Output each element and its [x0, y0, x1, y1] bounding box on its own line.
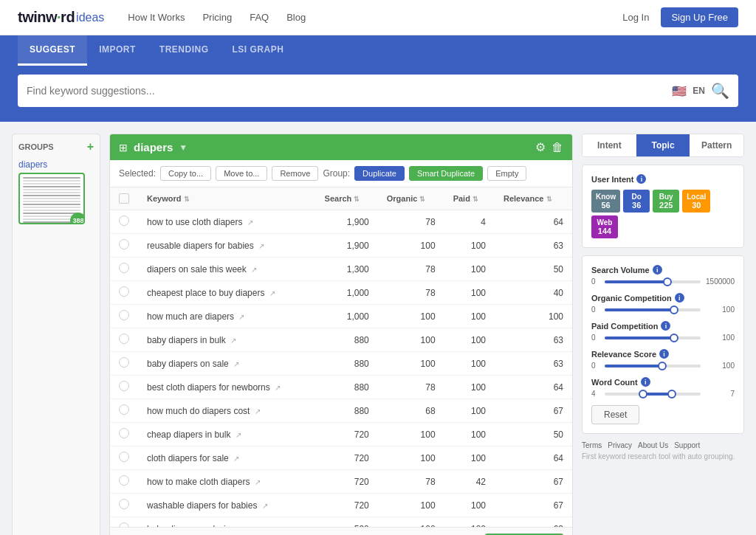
search-col-header[interactable]: Search ⇅ [316, 187, 378, 210]
row-relevance: 64 [495, 446, 572, 470]
signup-button[interactable]: Sign Up Free [661, 7, 738, 27]
row-checkbox[interactable] [110, 352, 138, 376]
slider-track[interactable] [605, 393, 701, 396]
slider-row: 0 100 [591, 306, 735, 314]
paid-col-header[interactable]: Paid ⇅ [444, 187, 495, 210]
row-organic: 78 [378, 470, 444, 494]
table-row: how much are diapers ↗ 1,000 100 100 100 [110, 305, 572, 328]
filter-info-icon[interactable]: i [653, 265, 662, 275]
filter-info-icon[interactable]: i [659, 349, 669, 359]
slider-handle[interactable] [670, 334, 678, 342]
subnav-suggest[interactable]: SUGGEST [18, 35, 87, 66]
keyword-col-header[interactable]: Keyword ⇅ [138, 187, 316, 210]
external-link-icon[interactable]: ↗ [258, 242, 264, 250]
external-link-icon[interactable]: ↗ [275, 384, 281, 392]
relevance-col-header[interactable]: Relevance ⇅ [495, 187, 572, 210]
table-row: washable diapers for babies ↗ 720 100 10… [110, 494, 572, 517]
row-relevance: 67 [495, 494, 572, 517]
row-checkbox[interactable] [110, 494, 138, 517]
delete-button[interactable]: 🗑 [551, 140, 563, 154]
external-link-icon[interactable]: ↗ [255, 478, 261, 486]
row-checkbox[interactable] [110, 470, 138, 494]
row-relevance: 50 [495, 258, 572, 281]
table-row: diapers on sale this week ↗ 1,300 78 100… [110, 258, 572, 281]
subnav-trending[interactable]: TRENDING [148, 35, 221, 66]
row-checkbox[interactable] [110, 399, 138, 423]
external-link-icon[interactable]: ↗ [236, 431, 241, 439]
external-link-icon[interactable]: ↗ [269, 289, 275, 297]
slider-track[interactable] [605, 365, 701, 367]
row-paid: 100 [444, 446, 495, 470]
row-relevance: 67 [495, 399, 572, 423]
add-group-button[interactable]: + [87, 140, 94, 153]
row-checkbox[interactable] [110, 328, 138, 352]
slider-handle[interactable] [658, 362, 667, 370]
external-link-icon[interactable]: ↗ [247, 218, 253, 227]
filter-section: Organic Competition i 0 100 [591, 293, 735, 314]
footer-link-terms[interactable]: Terms [582, 441, 602, 449]
subnav-import[interactable]: IMPORT [87, 35, 148, 66]
duplicate-button[interactable]: Duplicate [354, 166, 405, 181]
row-organic: 100 [378, 328, 444, 352]
row-checkbox[interactable] [110, 234, 138, 258]
footer-link-about-us[interactable]: About Us [638, 441, 668, 449]
row-checkbox[interactable] [110, 258, 138, 281]
tab-intent[interactable]: Intent [583, 134, 636, 156]
external-link-icon[interactable]: ↗ [251, 266, 257, 274]
row-checkbox[interactable] [110, 446, 138, 470]
search-button[interactable]: 🔍 [711, 82, 729, 100]
row-checkbox[interactable] [110, 517, 138, 527]
filter-info-icon[interactable]: i [675, 293, 684, 303]
footer-link-support[interactable]: Support [674, 441, 700, 449]
user-intent-info-icon[interactable]: i [636, 174, 646, 184]
login-link[interactable]: Log In [622, 12, 649, 23]
filter-info-icon[interactable]: i [661, 321, 670, 331]
slider-min: 4 [591, 390, 600, 398]
row-paid: 100 [444, 258, 495, 281]
slider-track[interactable] [605, 280, 701, 283]
organic-col-header[interactable]: Organic ⇅ [378, 187, 444, 210]
slider-track[interactable] [605, 308, 701, 311]
table-row: baby diapers in bulk ↗ 880 100 100 63 [110, 328, 572, 352]
external-link-icon[interactable]: ↗ [255, 407, 261, 415]
external-link-icon[interactable]: ↗ [233, 360, 239, 368]
external-link-icon[interactable]: ↗ [238, 313, 244, 321]
slider-track[interactable] [605, 336, 701, 339]
move-to-button[interactable]: Move to... [216, 166, 267, 181]
slider-handle[interactable] [670, 306, 678, 314]
slider-handle-left[interactable] [639, 390, 647, 398]
row-checkbox[interactable] [110, 210, 138, 234]
filter-section: Relevance Score i 0 100 [591, 349, 735, 370]
subnav-lsi-graph[interactable]: LSI GRAPH [221, 35, 296, 66]
empty-button[interactable]: Empty [487, 166, 526, 181]
row-checkbox[interactable] [110, 305, 138, 328]
nav-pricing[interactable]: Pricing [202, 12, 232, 23]
row-checkbox[interactable] [110, 423, 138, 446]
search-input[interactable] [27, 85, 672, 97]
external-link-icon[interactable]: ↗ [262, 502, 268, 510]
nav-faq[interactable]: FAQ [250, 12, 269, 23]
filter-info-icon[interactable]: i [641, 377, 650, 387]
row-checkbox[interactable] [110, 376, 138, 399]
tab-topic[interactable]: Topic [636, 134, 690, 156]
external-link-icon[interactable]: ↗ [244, 525, 250, 527]
table-row: baby diapers on sale ↗ 880 100 100 63 [110, 352, 572, 376]
external-link-icon[interactable]: ↗ [233, 455, 239, 463]
footer-link-privacy[interactable]: Privacy [608, 441, 632, 449]
slider-handle[interactable] [663, 277, 672, 286]
table-row: how to use cloth diapers ↗ 1,900 78 4 64 [110, 210, 572, 234]
nav-how-it-works[interactable]: How It Works [128, 12, 185, 23]
external-link-icon[interactable]: ↗ [230, 336, 236, 345]
tab-pattern[interactable]: Pattern [690, 134, 743, 156]
remove-button[interactable]: Remove [272, 166, 318, 181]
copy-to-button[interactable]: Copy to... [160, 166, 211, 181]
keyword-table: Keyword ⇅ Search ⇅ Organic ⇅ Paid ⇅ Rele… [110, 187, 572, 527]
row-checkbox[interactable] [110, 281, 138, 305]
footer-description: First keyword research tool with auto gr… [582, 452, 744, 460]
reset-button[interactable]: Reset [591, 405, 639, 424]
smart-duplicate-button[interactable]: Smart Duplicate [409, 166, 483, 181]
slider-handle-right[interactable] [667, 390, 676, 398]
group-item-diapers[interactable]: diapers [18, 159, 94, 224]
settings-button[interactable]: ⚙ [535, 140, 546, 154]
nav-blog[interactable]: Blog [286, 12, 306, 23]
